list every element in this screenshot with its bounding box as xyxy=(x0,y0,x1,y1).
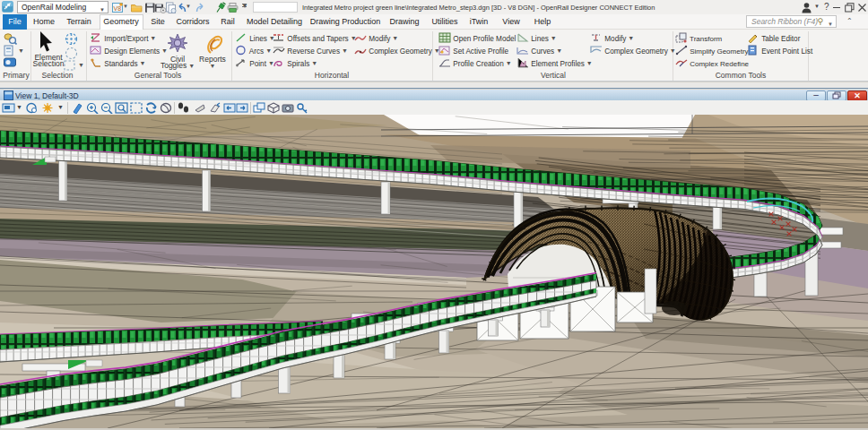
svg-text:V8: V8 xyxy=(114,4,122,11)
